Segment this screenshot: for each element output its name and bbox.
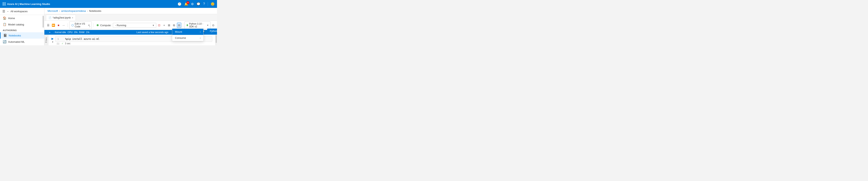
sidebar-item-home[interactable]: 🏠 Home <box>0 15 44 21</box>
stop-kernel-icon: ⊡ <box>158 24 160 27</box>
more-icon: ··· <box>63 24 65 27</box>
notebooks-icon: 📓 <box>3 34 7 37</box>
model-catalog-icon: 📋 <box>3 23 6 26</box>
home-label: Home <box>8 17 15 20</box>
model-catalog-label: Model catalog <box>8 23 24 26</box>
notebook-scrollbar[interactable] <box>215 35 217 45</box>
ram-value: 1% <box>86 31 89 34</box>
app-logo: Azure AI | Machine Learning Studio <box>2 2 50 6</box>
mount-menu-item[interactable]: Mount › <box>172 29 204 35</box>
sidebar-scrollbar[interactable] <box>42 16 44 28</box>
sidebar-expand-btn[interactable]: » <box>89 25 90 28</box>
edit-vs-code-btn[interactable]: ⬡ Edit in VS Code ▾ <box>69 22 92 29</box>
azure-logo-icon <box>2 2 6 6</box>
copy-icon: ⧉ <box>173 24 175 27</box>
python-version-panel[interactable]: Python 3.10 - SDK V2 <box>207 29 217 34</box>
notebook-tab[interactable]: 📄 *adlsg2test.ipynb × <box>46 15 76 21</box>
automated-ml-label: Automated ML <box>8 40 25 43</box>
tabs-bar: 📄 *adlsg2test.ipynb × <box>44 14 217 21</box>
compute-label: Compute: <box>100 24 111 27</box>
svg-rect-0 <box>3 2 4 4</box>
authoring-section: Authoring <box>0 28 44 32</box>
top-nav-right: 🕐 🔔 3 ⚙ 💬 ? 😊 <box>178 2 215 6</box>
breadcrumb-workspace[interactable]: amlworkspacemidesa <box>61 9 86 12</box>
cpu-label: CPU <box>67 31 72 34</box>
menu-icon: ☰ <box>47 24 50 27</box>
add-cell-btn[interactable]: + <box>162 23 166 28</box>
compute-dropdown-chevron: ▾ <box>153 24 154 27</box>
sidebar: ☰ ← All workspaces 🏠 Home 📋 Model catalo… <box>0 8 44 45</box>
home-icon: 🏠 <box>3 16 6 20</box>
edit-vs-label: Edit in VS Code <box>75 23 87 28</box>
notebook-file-icon: 📄 <box>49 16 52 19</box>
kernel-dropdown-btn[interactable]: Python 3.10 - SDK v2 ▾ <box>184 22 211 29</box>
toolbar-right: ⊡ + ⊞ ⧉ ⊟ Python 3.10 - SDK v2 <box>157 22 215 29</box>
kernel-chevron: ▾ <box>207 24 208 27</box>
consume-label: Consume <box>175 36 186 39</box>
add-cell-icon: + <box>163 24 165 27</box>
compute-dropdown[interactable]: - Running ▾ <box>113 23 156 28</box>
sidebar-item-notebooks[interactable]: 📓 Notebooks <box>0 32 44 39</box>
tab-close-btn[interactable]: × <box>72 16 73 19</box>
history-icon[interactable]: 🕐 <box>178 2 182 6</box>
sidebar-toggle-icon[interactable]: ☰ <box>2 9 5 13</box>
automated-ml-icon: 🔄 <box>3 40 6 43</box>
main-layout: ☰ ← All workspaces 🏠 Home 📋 Model catalo… <box>0 8 217 45</box>
copy-btn[interactable]: ⧉ <box>172 23 176 28</box>
kernel-label: Python 3.10 - SDK v2 <box>189 23 205 28</box>
new-cell-icon: ⊞ <box>168 24 170 27</box>
settings-icon[interactable]: ⚙ <box>191 2 194 6</box>
scrollbar-thumb <box>216 35 217 43</box>
cell-code: %pip install azure-ai-ml <box>65 38 99 40</box>
sidebar-item-model-catalog[interactable]: 📋 Model catalog <box>0 21 44 28</box>
cell-success-icon: ✓ <box>62 42 64 45</box>
tab-name: *adlsg2test.ipynb <box>53 16 71 19</box>
sidebar-item-automated-ml[interactable]: 🔄 Automated ML <box>0 39 44 45</box>
kernel-idle-status: · Kernel idle <box>54 31 66 34</box>
mount-label: Mount <box>175 30 182 33</box>
app-title: Azure AI | Machine Learning Studio <box>7 3 50 5</box>
cell-output-time: 3 sec <box>65 42 71 45</box>
ram-label: RAM <box>79 31 85 34</box>
toolbar-sep-2 <box>93 23 94 27</box>
cell-run-btn[interactable]: ▶ <box>52 37 54 40</box>
run-all-icon: ⏩ <box>52 24 55 27</box>
breadcrumb-microsoft[interactable]: Microsoft <box>48 9 58 12</box>
consume-menu-item[interactable]: Consume › <box>172 35 204 41</box>
breadcrumb-notebooks: Notebooks <box>89 9 101 12</box>
user-icon[interactable]: 😊 <box>211 2 215 6</box>
sidebar-top: ☰ ← All workspaces <box>0 8 44 15</box>
files-strip[interactable]: Files <box>44 35 48 45</box>
run-all-btn[interactable]: ⏩ <box>51 23 56 28</box>
data-icon: ⊟ <box>178 24 180 27</box>
svg-rect-1 <box>4 2 6 4</box>
cell-expand-btn[interactable]: ▾ <box>52 41 53 43</box>
status-expand-btn[interactable]: » <box>48 31 52 34</box>
python-version-label: Python 3.10 - SDK V2 <box>210 30 217 33</box>
content-area: Microsoft › amlworkspacemidesa › Noteboo… <box>44 8 217 45</box>
vs-code-icon: ⬡ <box>71 24 74 27</box>
menu-btn[interactable]: ☰ <box>46 23 50 28</box>
bell-icon[interactable]: 🔔 3 <box>184 2 188 6</box>
stop-kernel-btn[interactable]: ⊡ <box>157 23 161 28</box>
stop-btn[interactable]: ■ <box>56 23 61 28</box>
cell-controls: ▶ ▾ <box>52 36 54 43</box>
cell-output: [1] ✓ 3 sec <box>55 42 212 45</box>
more-btn[interactable]: ··· <box>62 23 66 28</box>
new-cell-btn[interactable]: ⊞ <box>167 23 171 28</box>
data-btn[interactable]: ⊟ <box>177 23 181 28</box>
toolbar-sep-1 <box>67 23 68 27</box>
files-label: Files <box>45 37 48 43</box>
sidebar-item-all-workspaces[interactable]: ← All workspaces <box>7 10 28 13</box>
breadcrumb: Microsoft › amlworkspacemidesa › Noteboo… <box>44 8 217 14</box>
cell-line-number: 1 <box>57 38 61 40</box>
svg-rect-2 <box>3 4 4 5</box>
cpu-value: 0% <box>74 31 78 34</box>
help-icon[interactable]: ? <box>203 2 205 6</box>
feedback-icon[interactable]: 💬 <box>196 2 200 6</box>
all-workspaces-label: All workspaces <box>10 10 28 13</box>
kernel-settings-icon: ⊙ <box>212 24 214 27</box>
breadcrumb-sep-1: › <box>59 9 60 12</box>
kernel-settings-btn[interactable]: ⊙ <box>211 23 215 28</box>
compute-status-dot <box>97 24 99 26</box>
